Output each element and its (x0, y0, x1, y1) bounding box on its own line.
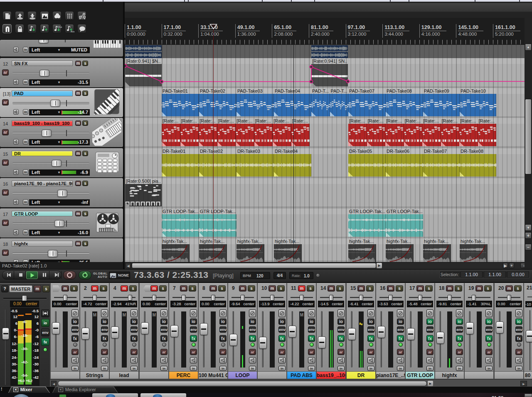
svg-text:8va: 8va (58, 26, 62, 28)
svg-text:8va: 8va (71, 30, 74, 33)
